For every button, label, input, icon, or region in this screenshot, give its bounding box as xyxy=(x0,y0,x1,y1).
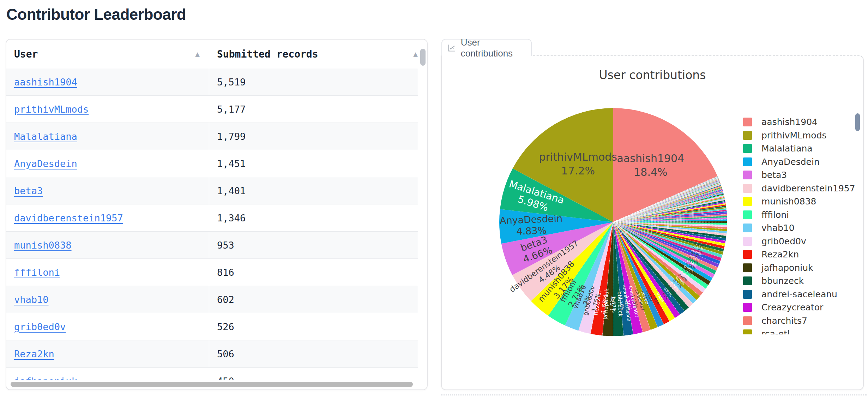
legend-swatch xyxy=(743,210,752,219)
user-cell: munish0838 xyxy=(6,232,209,258)
user-link[interactable]: Reza2kn xyxy=(14,349,54,359)
column-header-user[interactable]: User ▲ xyxy=(6,40,209,69)
legend-item: grib0ed0v xyxy=(743,235,860,248)
legend-label: aashish1904 xyxy=(761,117,818,127)
legend-label: jafhaponiuk xyxy=(761,263,813,273)
column-header-records[interactable]: Submitted records ▲ xyxy=(209,40,427,69)
legend-label: vhab10 xyxy=(761,223,795,233)
user-cell: vhab10 xyxy=(6,286,209,313)
table-row: munish0838953 xyxy=(6,232,427,259)
legend-swatch xyxy=(743,157,752,166)
table-row: beta31,401 xyxy=(6,177,427,204)
records-cell: 602 xyxy=(209,286,427,313)
user-cell: AnyaDesdein xyxy=(6,150,209,177)
legend-item: Reza2kn xyxy=(743,248,860,261)
user-link[interactable]: Malalatiana xyxy=(14,131,77,142)
records-cell: 816 xyxy=(209,259,427,286)
scatter-plot-icon xyxy=(447,43,456,53)
legend-item: Malalatiana xyxy=(743,142,860,155)
legend-swatch xyxy=(743,329,752,334)
legend-label: beta3 xyxy=(761,170,787,180)
legend-item: munish0838 xyxy=(743,195,860,208)
legend-label: grib0ed0v xyxy=(761,236,806,246)
legend-swatch xyxy=(743,250,752,259)
legend-swatch xyxy=(743,237,752,246)
legend-swatch xyxy=(743,118,752,126)
legend-item: prithivMLmods xyxy=(743,129,860,142)
table-row: vhab10602 xyxy=(6,286,427,313)
legend-label: Malalatiana xyxy=(761,143,813,154)
sort-asc-icon[interactable]: ▲ xyxy=(413,50,418,58)
legend-label: prithivMLmods xyxy=(761,130,827,141)
legend-label: charchits7 xyxy=(761,316,807,326)
table-horizontal-scrollbar-thumb[interactable] xyxy=(11,382,413,387)
table-vertical-scrollbar-thumb[interactable] xyxy=(420,49,426,66)
chart-legend: aashish1904prithivMLmodsMalalatianaAnyaD… xyxy=(743,115,860,334)
table-vertical-scrollbar[interactable] xyxy=(418,40,427,380)
legend-swatch xyxy=(743,290,752,299)
legend-item: bbunzeck xyxy=(743,274,860,288)
legend-swatch xyxy=(743,131,752,140)
tab-label: User contributions xyxy=(461,37,531,59)
records-cell: 526 xyxy=(209,313,427,340)
legend-label: Creazycreator xyxy=(761,302,823,312)
legend-label: andrei-saceleanu xyxy=(761,289,837,299)
legend-swatch xyxy=(743,184,752,193)
table-row: fffiloni816 xyxy=(6,259,427,286)
user-link[interactable]: fffiloni xyxy=(14,267,60,278)
user-link[interactable]: munish0838 xyxy=(14,240,72,251)
user-cell: davidberenstein1957 xyxy=(6,204,209,231)
legend-label: rca-etl xyxy=(761,329,790,334)
sort-asc-icon[interactable]: ▲ xyxy=(195,50,200,58)
records-cell: 1,401 xyxy=(209,177,427,204)
legend-item: Creazycreator xyxy=(743,301,860,314)
legend-swatch xyxy=(743,171,752,179)
user-link[interactable]: vhab10 xyxy=(14,294,49,305)
legend-item: vhab10 xyxy=(743,221,860,235)
legend-item: beta3 xyxy=(743,168,860,182)
legend-swatch xyxy=(743,276,752,285)
table-row: Malalatiana1,799 xyxy=(6,123,427,150)
leaderboard-table-panel: User ▲ Submitted records ▲ aashish19045,… xyxy=(6,39,428,390)
legend-swatch xyxy=(743,316,752,325)
legend-scrollbar-thumb[interactable] xyxy=(855,113,860,131)
legend-label: AnyaDesdein xyxy=(761,157,820,167)
user-link[interactable]: davidberenstein1957 xyxy=(14,213,123,224)
legend-item: davidberenstein1957 xyxy=(743,182,860,195)
table-row: prithivMLmods5,177 xyxy=(6,96,427,123)
table-row: Reza2kn506 xyxy=(6,340,427,368)
table-header-row: User ▲ Submitted records ▲ xyxy=(6,40,427,69)
table-row: grib0ed0v526 xyxy=(6,313,427,340)
table-body: aashish19045,519prithivMLmods5,177Malala… xyxy=(6,69,427,389)
legend-item: aashish1904 xyxy=(743,115,860,129)
user-link[interactable]: aashish1904 xyxy=(14,77,77,88)
tab-user-contributions: User contributions xyxy=(441,39,532,56)
user-link[interactable]: beta3 xyxy=(14,185,43,196)
table-horizontal-scrollbar[interactable] xyxy=(6,380,427,389)
column-header-records-label: Submitted records xyxy=(217,48,318,60)
user-link[interactable]: prithivMLmods xyxy=(14,104,89,115)
legend-label: bbunzeck xyxy=(761,276,804,286)
user-link[interactable]: AnyaDesdein xyxy=(14,158,77,169)
user-cell: beta3 xyxy=(6,177,209,204)
page-title: Contributor Leaderboard xyxy=(6,6,186,23)
records-cell: 953 xyxy=(209,232,427,258)
user-link[interactable]: grib0ed0v xyxy=(14,321,66,332)
records-cell: 506 xyxy=(209,340,427,367)
legend-item: charchits7 xyxy=(743,314,860,328)
chart-panel: User contributions aashish190418.4%0.43%… xyxy=(441,55,864,390)
user-cell: fffiloni xyxy=(6,259,209,286)
legend-item: rca-etl xyxy=(743,327,860,334)
user-cell: Malalatiana xyxy=(6,123,209,150)
column-header-user-label: User xyxy=(14,48,38,60)
legend-label: Reza2kn xyxy=(761,249,799,260)
records-cell: 1,799 xyxy=(209,123,427,150)
records-cell: 5,519 xyxy=(209,69,427,95)
legend-swatch xyxy=(743,303,752,312)
legend-label: fffiloni xyxy=(761,210,789,220)
legend-item: AnyaDesdein xyxy=(743,155,860,169)
legend-label: munish0838 xyxy=(761,196,816,207)
legend-label: davidberenstein1957 xyxy=(761,183,855,193)
user-cell: prithivMLmods xyxy=(6,96,209,123)
records-cell: 5,177 xyxy=(209,96,427,123)
